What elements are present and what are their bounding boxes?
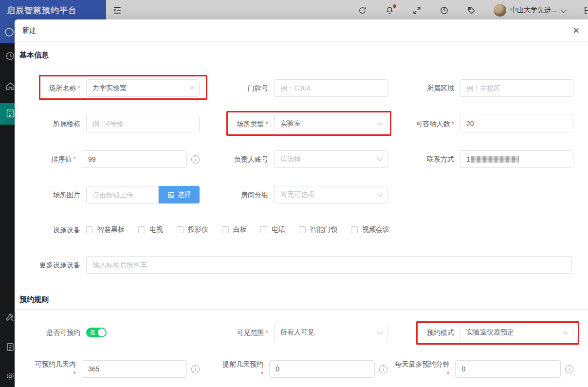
checkbox-icon: [351, 226, 358, 233]
room-group-label: 房间分组: [201, 190, 274, 200]
building-label: 所属楼栋: [19, 119, 86, 129]
booking-mode-label: 预约模式: [387, 328, 460, 337]
checkbox-icon: [260, 226, 267, 233]
create-dialog: 新建 × 基本信息 场所名称* × 门牌号 所属区域 所属楼栋: [15, 19, 588, 387]
facilities-label: 设施设备: [19, 225, 86, 235]
area-label: 所属区域: [387, 83, 460, 93]
form-row: 所属楼栋 场所类型* 实验室 可容纳人数*: [15, 115, 588, 132]
contact-label: 联系方式: [387, 154, 460, 164]
field-manager-account: 负责人账号 请选择: [201, 150, 387, 168]
checkbox-icon: [177, 226, 184, 233]
form-row: 可预约几天内* i 提前几天预约* i 每天最多预约分钟* i: [15, 359, 588, 379]
checkbox-projector[interactable]: 投影仪: [177, 225, 208, 234]
chevron-down-icon: [377, 120, 382, 126]
field-capacity: 可容纳人数*: [387, 115, 573, 132]
field-place-type: 场所类型* 实验室: [201, 115, 387, 132]
field-more-facilities: 更多设施设备: [19, 256, 572, 274]
sort-value-input[interactable]: [82, 150, 187, 168]
section-booking-rules: 预约规则: [15, 274, 588, 309]
checkbox-phone[interactable]: 电话: [260, 225, 285, 234]
required-marker: *: [19, 369, 76, 379]
redacted-value: [471, 156, 519, 163]
dialog-title: 新建: [22, 26, 36, 35]
checkbox-icon: [138, 226, 145, 233]
max-minutes-label: 每天最多预约分钟*: [387, 359, 455, 379]
days-before-label: 提前几天预约*: [201, 359, 269, 379]
image-icon: [167, 191, 175, 199]
days-window-input[interactable]: [82, 360, 187, 378]
field-place-image: 场所图片 选择: [19, 186, 200, 203]
manager-account-label: 负责人账号: [201, 154, 274, 164]
door-number-input[interactable]: [274, 79, 387, 97]
checkbox-whiteboard[interactable]: 白板: [222, 225, 247, 234]
required-marker: *: [73, 155, 75, 163]
required-marker: *: [266, 120, 268, 128]
checkbox-smartlock[interactable]: 智能门锁: [299, 225, 337, 234]
field-room-group: 房间分组 暂无可选项: [201, 186, 387, 203]
required-marker: *: [78, 84, 80, 92]
checkbox-icon: [299, 226, 306, 233]
checkbox-icon: [86, 226, 93, 233]
field-sort-value: 排序值* i: [19, 150, 200, 168]
capacity-input[interactable]: [460, 115, 573, 132]
required-marker: *: [387, 369, 449, 379]
checkbox-videoconf[interactable]: 视频会议: [351, 225, 389, 234]
choose-image-button[interactable]: 选择: [159, 186, 200, 203]
bookable-label: 是否可预约: [19, 328, 86, 337]
field-door-number: 门牌号: [201, 79, 387, 97]
field-max-minutes: 每天最多预约分钟* i: [387, 359, 573, 379]
bookable-toggle[interactable]: 是: [86, 328, 107, 337]
form-row: 设施设备 智慧黑板 电视 投影仪 白板 电话 智能门锁 视频会议: [15, 225, 588, 235]
dialog-header: 新建 ×: [15, 19, 588, 42]
place-type-label: 场所类型*: [201, 119, 274, 129]
checkbox-icon: [222, 226, 229, 233]
divider: [15, 309, 588, 310]
chevron-down-icon: [377, 191, 382, 197]
form-row: 更多设施设备: [15, 256, 588, 274]
field-area: 所属区域: [387, 79, 573, 97]
visibility-select[interactable]: 所有人可见: [274, 324, 387, 341]
days-window-label: 可预约几天内*: [19, 359, 82, 379]
manager-account-select[interactable]: 请选择: [274, 150, 387, 168]
clear-icon[interactable]: ×: [190, 84, 194, 91]
chevron-down-icon: [377, 156, 382, 161]
days-before-input[interactable]: [269, 360, 375, 378]
section-basic-info: 基本信息: [15, 42, 588, 65]
info-icon[interactable]: i: [191, 155, 200, 164]
field-facilities: 设施设备 智慧黑板 电视 投影仪 白板 电话 智能门锁 视频会议: [19, 225, 389, 235]
checkbox-smartboard[interactable]: 智慧黑板: [86, 225, 125, 234]
required-marker: *: [266, 329, 268, 336]
max-minutes-input[interactable]: [455, 360, 561, 378]
info-icon[interactable]: i: [379, 365, 387, 373]
field-days-before: 提前几天预约* i: [201, 359, 387, 379]
booking-mode-select[interactable]: 实验室仪器预定: [460, 324, 573, 341]
room-group-select[interactable]: 暂无可选项: [274, 186, 387, 203]
info-icon[interactable]: i: [565, 365, 573, 373]
chevron-down-icon: [377, 329, 382, 334]
toggle-knob: [98, 329, 106, 336]
capacity-label: 可容纳人数*: [387, 119, 460, 129]
contact-input[interactable]: 1: [460, 150, 573, 168]
building-input[interactable]: [86, 115, 200, 132]
required-marker: *: [452, 120, 454, 128]
visibility-label: 可见范围*: [201, 328, 274, 337]
form-row: 场所图片 选择 房间分组 暂无可选项: [15, 186, 588, 203]
field-booking-mode: 预约模式 实验室仪器预定: [387, 324, 573, 341]
field-building: 所属楼栋: [19, 115, 200, 132]
close-icon[interactable]: ×: [573, 25, 579, 36]
place-name-label: 场所名称*: [19, 83, 86, 93]
checkbox-tv[interactable]: 电视: [138, 225, 163, 234]
area-input[interactable]: [460, 79, 573, 97]
form-row: 排序值* i 负责人账号 请选择 联系方式 1: [15, 150, 588, 168]
field-place-name: 场所名称* ×: [19, 79, 200, 97]
place-image-input[interactable]: [86, 186, 159, 203]
place-type-select[interactable]: 实验室: [274, 115, 387, 132]
field-contact: 联系方式 1: [387, 150, 573, 168]
more-facilities-label: 更多设施设备: [19, 260, 86, 270]
door-number-label: 门牌号: [201, 83, 274, 93]
form-row: 场所名称* × 门牌号 所属区域: [15, 79, 588, 97]
field-bookable: 是否可预约 是: [19, 328, 200, 337]
place-name-input[interactable]: [86, 79, 200, 97]
info-icon[interactable]: i: [191, 365, 200, 373]
more-facilities-input[interactable]: [86, 256, 572, 274]
